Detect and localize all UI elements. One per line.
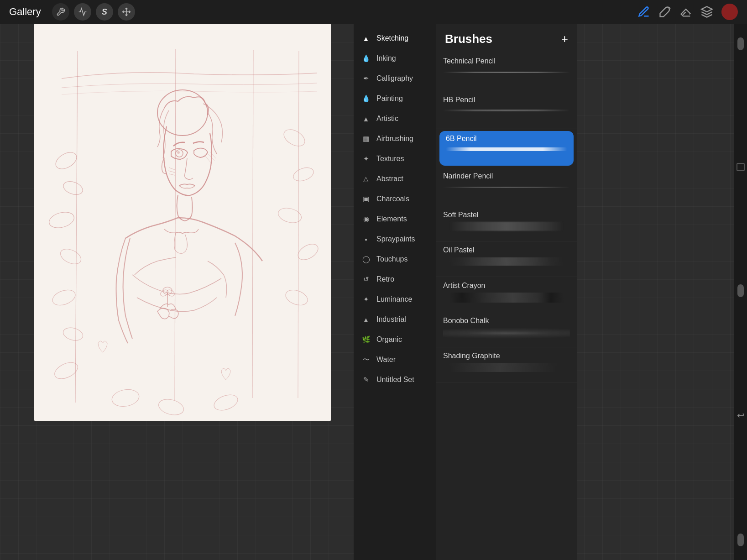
cat-label-calligraphy: Calligraphy bbox=[376, 74, 413, 83]
svg-marker-2 bbox=[701, 6, 712, 12]
eraser-tool[interactable] bbox=[679, 5, 692, 18]
cat-label-artistic: Artistic bbox=[376, 115, 398, 123]
brushes-panel: Brushes + Technical Pencil HB Pencil 6B … bbox=[436, 24, 577, 560]
smudge-marker[interactable]: S bbox=[96, 3, 113, 21]
category-item-calligraphy[interactable]: ✒ Calligraphy bbox=[354, 68, 436, 89]
category-item-water[interactable]: 〜 Water bbox=[354, 350, 436, 370]
category-item-inking[interactable]: 💧 Inking bbox=[354, 48, 436, 68]
stroke-preview bbox=[443, 363, 570, 372]
gallery-button[interactable]: Gallery bbox=[9, 6, 41, 18]
ink-tool[interactable] bbox=[658, 5, 671, 18]
cat-label-spraypaints: Spraypaints bbox=[376, 235, 415, 243]
brush-stroke-narinder-pencil bbox=[443, 187, 570, 201]
pencil-draw-tool[interactable] bbox=[637, 5, 650, 18]
category-list: ▲ Sketching 💧 Inking ✒ Calligraphy 💧 Pai… bbox=[354, 28, 436, 390]
category-item-organic[interactable]: 🌿 Organic bbox=[354, 330, 436, 350]
cat-label-luminance: Luminance bbox=[376, 295, 412, 304]
topbar: Gallery S bbox=[0, 0, 747, 24]
layers-tool[interactable] bbox=[700, 5, 713, 18]
scroll-thumb-bottom[interactable] bbox=[737, 284, 744, 297]
brushes-title: Brushes bbox=[445, 32, 492, 46]
cat-icon-airbrushing: ▦ bbox=[361, 134, 371, 144]
cat-icon-textures: ✦ bbox=[361, 154, 371, 164]
brush-name-artist-crayon: Artist Crayon bbox=[443, 282, 570, 290]
cat-label-charcoals: Charcoals bbox=[376, 195, 409, 203]
stroke-preview bbox=[443, 257, 570, 266]
scroll-thumb-top[interactable] bbox=[737, 37, 744, 50]
cat-label-elements: Elements bbox=[376, 215, 407, 223]
cat-label-industrial: Industrial bbox=[376, 315, 406, 324]
brushes-header: Brushes + bbox=[436, 24, 577, 52]
add-brush-button[interactable]: + bbox=[561, 32, 568, 46]
cat-icon-luminance: ✦ bbox=[361, 294, 371, 304]
square-tool[interactable] bbox=[737, 163, 745, 171]
stroke-preview bbox=[443, 187, 570, 188]
brush-stroke-oil-pastel bbox=[443, 257, 570, 272]
brush-item-soft-pastel[interactable]: Soft Pastel bbox=[436, 206, 577, 241]
category-item-luminance[interactable]: ✦ Luminance bbox=[354, 289, 436, 309]
svg-point-25 bbox=[177, 151, 180, 154]
stroke-preview bbox=[443, 293, 570, 303]
brush-name-technical-pencil: Technical Pencil bbox=[443, 57, 570, 65]
cat-icon-painting: 💧 bbox=[361, 94, 371, 104]
brush-item-oil-pastel[interactable]: Oil Pastel bbox=[436, 241, 577, 277]
brush-name-narinder-pencil: Narinder Pencil bbox=[443, 172, 570, 180]
brush-list: Technical Pencil HB Pencil 6B Pencil Nar… bbox=[436, 52, 577, 382]
cat-icon-sketching: ▲ bbox=[361, 33, 371, 43]
wrench-tool[interactable] bbox=[52, 3, 69, 21]
cat-icon-spraypaints: ▪ bbox=[361, 234, 371, 244]
category-item-spraypaints[interactable]: ▪ Spraypaints bbox=[354, 229, 436, 249]
category-item-untitled-set[interactable]: ✎ Untitled Set bbox=[354, 370, 436, 390]
brush-item-bonobo-chalk[interactable]: Bonobo Chalk bbox=[436, 312, 577, 347]
cat-icon-water: 〜 bbox=[361, 355, 371, 365]
brush-name-hb-pencil: HB Pencil bbox=[443, 96, 570, 104]
cat-label-airbrushing: Airbrushing bbox=[376, 135, 413, 143]
brush-item-artist-crayon[interactable]: Artist Crayon bbox=[436, 277, 577, 312]
brush-stroke-soft-pastel bbox=[443, 222, 570, 236]
brush-name-6b-pencil: 6B Pencil bbox=[446, 135, 567, 143]
stroke-preview bbox=[443, 222, 570, 231]
left-tools: S bbox=[52, 3, 135, 21]
category-item-artistic[interactable]: ▲ Artistic bbox=[354, 109, 436, 129]
category-item-airbrushing[interactable]: ▦ Airbrushing bbox=[354, 129, 436, 149]
cat-icon-untitled-set: ✎ bbox=[361, 375, 371, 385]
cat-label-abstract: Abstract bbox=[376, 175, 403, 183]
cat-label-textures: Textures bbox=[376, 155, 404, 163]
category-item-industrial[interactable]: ▲ Industrial bbox=[354, 309, 436, 330]
category-item-sketching[interactable]: ▲ Sketching bbox=[354, 28, 436, 48]
category-item-textures[interactable]: ✦ Textures bbox=[354, 149, 436, 169]
cat-icon-industrial: ▲ bbox=[361, 314, 371, 324]
user-avatar[interactable] bbox=[721, 4, 738, 20]
cat-icon-retro: ↺ bbox=[361, 274, 371, 284]
brush-stroke-hb-pencil bbox=[443, 110, 570, 124]
cat-icon-organic: 🌿 bbox=[361, 335, 371, 345]
category-item-charcoals[interactable]: ▣ Charcoals bbox=[354, 189, 436, 209]
cat-icon-artistic: ▲ bbox=[361, 114, 371, 124]
category-item-painting[interactable]: 💧 Painting bbox=[354, 89, 436, 109]
undo-button[interactable]: ↩ bbox=[737, 410, 745, 421]
sketch-canvas bbox=[34, 24, 331, 421]
brush-name-oil-pastel: Oil Pastel bbox=[443, 246, 570, 254]
category-item-retro[interactable]: ↺ Retro bbox=[354, 269, 436, 289]
category-item-abstract[interactable]: △ Abstract bbox=[354, 169, 436, 189]
brush-stroke-technical-pencil bbox=[443, 72, 570, 86]
cat-label-inking: Inking bbox=[376, 54, 396, 63]
scroll-thumb-extra[interactable] bbox=[737, 534, 744, 546]
category-item-elements[interactable]: ◉ Elements bbox=[354, 209, 436, 229]
brush-item-hb-pencil[interactable]: HB Pencil bbox=[436, 91, 577, 129]
cat-icon-calligraphy: ✒ bbox=[361, 73, 371, 84]
cat-label-touchups: Touchups bbox=[376, 255, 408, 263]
category-panel: ▲ Sketching 💧 Inking ✒ Calligraphy 💧 Pai… bbox=[354, 24, 436, 560]
brush-item-6b-pencil[interactable]: 6B Pencil bbox=[439, 131, 574, 166]
brush-stroke-shading-graphite bbox=[443, 363, 570, 377]
brush-item-shading-graphite[interactable]: Shading Graphite bbox=[436, 347, 577, 382]
cat-label-retro: Retro bbox=[376, 275, 394, 283]
brush-name-shading-graphite: Shading Graphite bbox=[443, 352, 570, 360]
brush-item-narinder-pencil[interactable]: Narinder Pencil bbox=[436, 167, 577, 206]
modify-tool[interactable] bbox=[74, 3, 91, 21]
right-tools bbox=[637, 4, 738, 20]
category-item-touchups[interactable]: ◯ Touchups bbox=[354, 249, 436, 269]
transform-tool[interactable] bbox=[118, 3, 135, 21]
brush-item-technical-pencil[interactable]: Technical Pencil bbox=[436, 52, 577, 91]
right-scrollbar: ↩ bbox=[734, 24, 747, 560]
